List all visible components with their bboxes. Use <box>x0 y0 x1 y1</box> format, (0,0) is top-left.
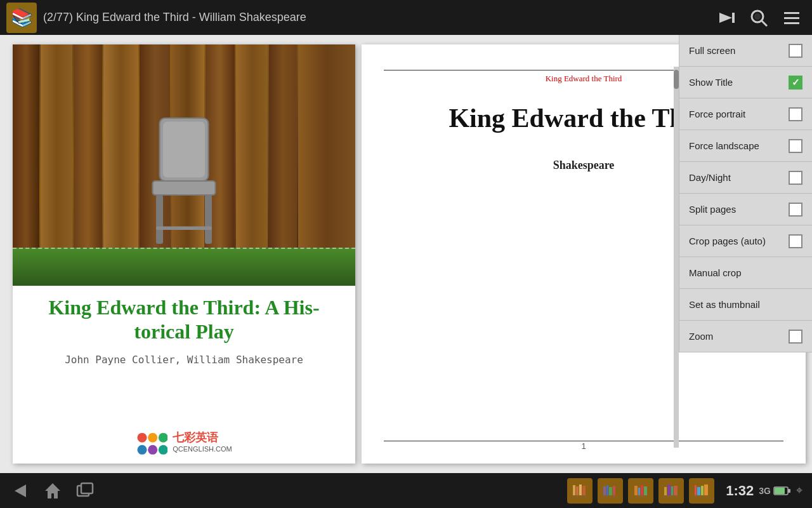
svg-rect-9 <box>163 122 205 178</box>
svg-point-19 <box>159 445 167 455</box>
bookshelf-icon-5[interactable] <box>689 478 714 504</box>
bottom-bar: 1:32 3G ⌖ <box>0 473 812 508</box>
cover-logo: 七彩英语 QCENGLISH.COM <box>136 429 232 464</box>
menu-item-forcelandscape[interactable]: Force landscape <box>679 130 812 162</box>
svg-rect-45 <box>697 487 700 497</box>
chapter-subtitle: Shakespeare <box>553 159 615 172</box>
logo-image <box>136 429 167 454</box>
svg-rect-35 <box>638 488 640 497</box>
svg-rect-43 <box>664 495 679 497</box>
menu-checkbox-daynight[interactable] <box>789 171 802 185</box>
search-icon[interactable] <box>745 4 773 32</box>
menu-item-zoom[interactable]: Zoom <box>679 321 812 352</box>
chapter-header: King Edward the Third <box>546 74 622 84</box>
menu-item-cropauto[interactable]: Crop pages (auto) <box>679 225 812 257</box>
scroll-indicator[interactable] <box>674 67 679 448</box>
svg-line-3 <box>762 21 767 26</box>
svg-point-17 <box>138 445 147 455</box>
menu-item-fullscreen[interactable]: Full screen <box>679 35 812 67</box>
menu-item-manualcrop[interactable]: Manual crop <box>679 257 812 289</box>
menu-label-thumbnail: Set as thumbnail <box>689 299 760 310</box>
svg-rect-7 <box>784 22 799 24</box>
menu-item-daynight[interactable]: Day/Night <box>679 162 812 194</box>
svg-point-15 <box>148 433 157 443</box>
cover-title: King Edward the Third: A His- torical Pl… <box>13 286 355 347</box>
svg-rect-36 <box>641 485 643 497</box>
menu-checkbox-showtitle[interactable] <box>789 76 802 90</box>
svg-rect-12 <box>205 195 212 244</box>
menu-label-splitpages: Split pages <box>689 204 736 215</box>
menu-checkbox-splitpages[interactable] <box>789 203 802 217</box>
svg-rect-41 <box>671 486 673 497</box>
menu-label-cropauto: Crop pages (auto) <box>689 236 766 246</box>
svg-rect-28 <box>572 495 587 497</box>
svg-rect-37 <box>644 486 647 497</box>
top-bar: 📚 (2/77) King Edward the Third - William… <box>0 0 812 35</box>
book-cover-page: King Edward the Third: A His- torical Pl… <box>13 44 355 464</box>
chair-svg <box>133 111 235 251</box>
svg-point-14 <box>138 433 147 443</box>
menu-label-forceportrait: Force portrait <box>689 109 745 119</box>
bookshelf-icon-4[interactable] <box>658 478 684 504</box>
menu-label-forcelandscape: Force landscape <box>689 140 759 151</box>
menu-checkbox-forcelandscape[interactable] <box>789 139 802 153</box>
svg-rect-40 <box>667 485 671 497</box>
svg-rect-5 <box>784 12 799 14</box>
svg-rect-13 <box>156 227 212 231</box>
svg-rect-11 <box>156 195 163 244</box>
system-icons: 1:32 3G ⌖ <box>567 478 802 504</box>
menu-label-manualcrop: Manual crop <box>689 267 742 278</box>
menu-item-splitpages[interactable]: Split pages <box>679 194 812 225</box>
menu-checkbox-cropauto[interactable] <box>789 234 802 248</box>
scroll-thumb[interactable] <box>674 70 679 89</box>
svg-rect-29 <box>603 486 606 497</box>
back-button[interactable] <box>10 481 30 501</box>
topbar-actions <box>712 4 806 32</box>
menu-label-daynight: Day/Night <box>689 172 731 183</box>
svg-rect-24 <box>573 485 575 497</box>
svg-point-16 <box>159 433 167 443</box>
home-button[interactable] <box>43 481 63 501</box>
svg-rect-51 <box>775 488 785 494</box>
svg-rect-27 <box>582 486 586 497</box>
menu-icon[interactable] <box>778 4 806 32</box>
svg-marker-0 <box>719 13 732 23</box>
menu-checkbox-zoom[interactable] <box>789 330 802 344</box>
recent-button[interactable] <box>75 481 95 501</box>
page-number: 1 <box>581 441 586 451</box>
svg-rect-32 <box>613 486 615 497</box>
svg-rect-31 <box>609 487 612 497</box>
next-icon[interactable] <box>712 4 740 32</box>
svg-rect-1 <box>732 13 735 23</box>
grass-area <box>13 248 355 286</box>
battery-icon <box>773 485 791 497</box>
svg-point-18 <box>148 445 157 455</box>
menu-label-fullscreen: Full screen <box>689 45 735 56</box>
menu-item-forceportrait[interactable]: Force portrait <box>679 98 812 130</box>
svg-rect-33 <box>603 495 618 497</box>
logo-text: 七彩英语 QCENGLISH.COM <box>173 430 232 453</box>
app-icon: 📚 <box>6 3 37 33</box>
cover-image <box>13 44 355 286</box>
network-label: 3G <box>759 486 771 496</box>
menu-item-thumbnail[interactable]: Set as thumbnail <box>679 289 812 321</box>
svg-rect-38 <box>633 495 648 497</box>
svg-rect-39 <box>664 487 667 497</box>
svg-rect-50 <box>788 489 790 493</box>
main-area: King Edward the Third: A His- torical Pl… <box>0 35 812 508</box>
menu-checkbox-forceportrait[interactable] <box>789 107 802 121</box>
svg-point-4 <box>754 13 761 20</box>
menu-label-showtitle: Show Title <box>689 77 733 88</box>
svg-rect-48 <box>694 495 709 497</box>
menu-checkbox-fullscreen[interactable] <box>789 44 802 58</box>
svg-rect-44 <box>695 485 697 497</box>
bookshelf-icon-1[interactable] <box>567 478 593 504</box>
svg-rect-47 <box>704 485 708 497</box>
menu-item-showtitle[interactable]: Show Title <box>679 67 812 98</box>
svg-rect-26 <box>579 485 582 497</box>
svg-rect-30 <box>606 485 608 497</box>
nav-buttons <box>10 481 95 501</box>
bookshelf-icon-3[interactable] <box>628 478 653 504</box>
svg-marker-20 <box>15 485 26 497</box>
bookshelf-icon-2[interactable] <box>598 478 623 504</box>
